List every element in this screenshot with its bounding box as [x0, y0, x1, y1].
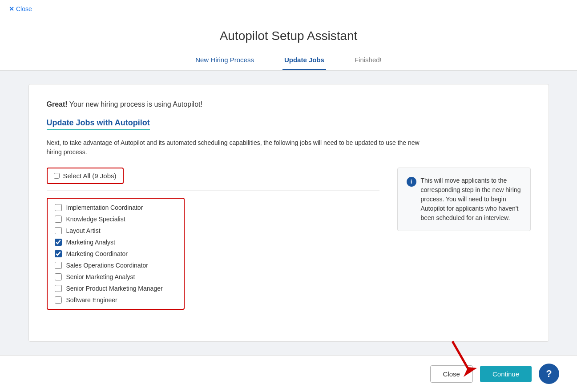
job-item[interactable]: Marketing Analyst: [55, 239, 177, 246]
page-title: Autopilot Setup Assistant: [0, 29, 577, 43]
red-arrow-wrapper: [444, 337, 479, 383]
intro-rest: Your new hiring process is using Autopil…: [68, 100, 202, 108]
top-close-button[interactable]: ✕ Close: [9, 5, 32, 12]
help-button[interactable]: ?: [539, 364, 559, 384]
info-panel: i This will move applicants to the corre…: [397, 168, 531, 231]
job-checkbox-senior-marketing-analyst[interactable]: [55, 273, 62, 280]
job-item[interactable]: Software Engineer: [55, 296, 177, 304]
job-label-senior-marketing-analyst: Senior Marketing Analyst: [66, 273, 135, 280]
footer: Close Continue ?: [0, 355, 577, 392]
intro-bold: Great!: [47, 100, 68, 108]
job-label-marketing-coordinator: Marketing Coordinator: [66, 250, 128, 257]
svg-line-0: [452, 341, 470, 372]
job-item[interactable]: Implementation Coordinator: [55, 204, 177, 211]
top-close-label: Close: [16, 5, 32, 12]
job-checkbox-software-engineer[interactable]: [55, 296, 62, 304]
job-checkbox-implementation-coordinator[interactable]: [55, 204, 62, 211]
content-row: Select All (9 Jobs) Implementation Coord…: [47, 168, 531, 310]
job-checkbox-sales-operations-coordinator[interactable]: [55, 262, 62, 269]
section-description: Next, to take advantage of Autopilot and…: [47, 138, 420, 157]
jobs-section: Select All (9 Jobs) Implementation Coord…: [47, 168, 379, 310]
job-item[interactable]: Knowledge Specialist: [55, 216, 177, 223]
card: Great! Your new hiring process is using …: [28, 84, 549, 342]
job-item[interactable]: Layout Artist: [55, 227, 177, 234]
tab-update-jobs[interactable]: Update Jobs: [282, 52, 326, 70]
job-label-senior-product-marketing-manager: Senior Product Marketing Manager: [66, 285, 163, 292]
select-all-label[interactable]: Select All (9 Jobs): [63, 172, 117, 180]
top-bar: ✕ Close: [0, 0, 577, 18]
jobs-list-box: Implementation CoordinatorKnowledge Spec…: [47, 198, 185, 310]
red-arrow-icon: [444, 337, 479, 381]
job-label-implementation-coordinator: Implementation Coordinator: [66, 204, 143, 211]
footer-continue-button[interactable]: Continue: [480, 366, 532, 382]
close-x-icon: ✕: [9, 5, 14, 12]
info-icon: i: [407, 177, 416, 187]
job-item[interactable]: Marketing Coordinator: [55, 250, 177, 257]
job-checkbox-layout-artist[interactable]: [55, 227, 62, 234]
svg-marker-1: [464, 367, 477, 377]
divider: [47, 190, 379, 191]
select-all-checkbox[interactable]: [54, 173, 60, 179]
job-checkbox-knowledge-specialist[interactable]: [55, 216, 62, 223]
job-label-knowledge-specialist: Knowledge Specialist: [66, 216, 125, 223]
job-label-layout-artist: Layout Artist: [66, 227, 101, 234]
job-item[interactable]: Senior Marketing Analyst: [55, 273, 177, 280]
tab-finished[interactable]: Finished!: [353, 52, 383, 70]
job-label-marketing-analyst: Marketing Analyst: [66, 239, 116, 246]
job-item[interactable]: Sales Operations Coordinator: [55, 262, 177, 269]
section-title: Update Jobs with Autopilot: [47, 118, 150, 130]
job-checkbox-marketing-coordinator[interactable]: [55, 250, 62, 257]
job-checkbox-senior-product-marketing-manager[interactable]: [55, 285, 62, 292]
main-content: Great! Your new hiring process is using …: [0, 71, 577, 355]
tab-new-hiring-process[interactable]: New Hiring Process: [194, 52, 256, 70]
job-label-sales-operations-coordinator: Sales Operations Coordinator: [66, 262, 148, 269]
intro-text: Great! Your new hiring process is using …: [47, 100, 531, 108]
page-title-bar: Autopilot Setup Assistant New Hiring Pro…: [0, 18, 577, 71]
info-text: This will move applicants to the corresp…: [421, 176, 521, 223]
select-all-wrapper[interactable]: Select All (9 Jobs): [47, 168, 124, 184]
tabs-nav: New Hiring Process Update Jobs Finished!: [0, 52, 577, 70]
job-item[interactable]: Senior Product Marketing Manager: [55, 285, 177, 292]
job-label-software-engineer: Software Engineer: [66, 296, 117, 304]
job-checkbox-marketing-analyst[interactable]: [55, 239, 62, 246]
